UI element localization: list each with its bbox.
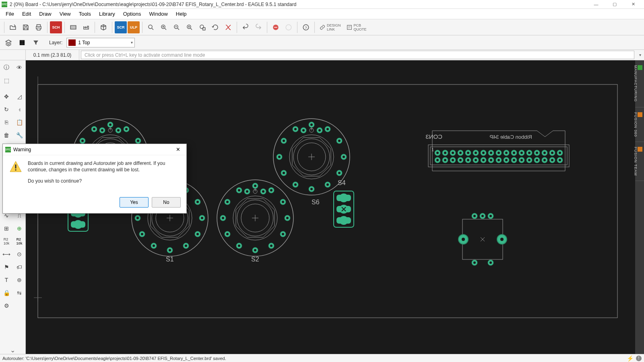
undo-button[interactable] <box>239 21 252 33</box>
menu-bar: File Edit Draw View Tools Library Option… <box>0 9 644 19</box>
palette-expand[interactable]: ⌄ <box>0 346 25 354</box>
layer-selected-text: 1 Top <box>78 40 90 45</box>
warning-icon <box>9 160 22 173</box>
attribute-tool[interactable]: ⊚ <box>13 274 25 286</box>
filter-button[interactable] <box>30 37 42 49</box>
scr-button[interactable]: SCR <box>115 21 127 33</box>
wrench-tool[interactable]: 🔧 <box>13 129 25 141</box>
go-button[interactable] <box>283 21 295 33</box>
stop-button[interactable] <box>270 21 282 33</box>
layer-color-swatch <box>68 39 76 46</box>
pcb-quote-button[interactable]: PCB QUOTE <box>344 23 369 31</box>
coord-bar: 0.1 mm (2.3 81.0) Click or press Ctrl+L … <box>0 50 644 60</box>
menu-help[interactable]: Help <box>172 10 191 18</box>
tab-fusion360[interactable]: FUSION 360 <box>635 107 644 142</box>
copy-tool[interactable]: ⎘ <box>0 116 12 128</box>
status-bar: Autorouter: 'C:\Users\jerry\OneDrive\Doc… <box>0 354 644 362</box>
ulp-button[interactable]: ULP <box>128 21 140 33</box>
redo-button[interactable] <box>252 21 264 33</box>
menu-file[interactable]: File <box>2 10 18 18</box>
dialog-close-button[interactable]: ✕ <box>172 145 184 154</box>
zoom-select-button[interactable] <box>196 21 208 33</box>
mirror-tool[interactable]: ◿ <box>13 90 25 103</box>
svg-text:CON3: CON3 <box>425 133 442 140</box>
svg-rect-50 <box>15 165 17 169</box>
status-connection-icon: ⚡ <box>627 355 634 362</box>
name-tool[interactable]: R210k <box>13 235 25 247</box>
command-history-button[interactable]: ▾ <box>636 50 644 60</box>
close-button[interactable]: ✕ <box>624 0 642 9</box>
align-tool[interactable]: ⫞ <box>13 103 25 115</box>
show-tool[interactable]: 👁 <box>13 62 25 74</box>
minimize-button[interactable]: — <box>587 0 605 9</box>
zoom-out-button[interactable] <box>171 21 183 33</box>
svg-point-49 <box>500 238 504 241</box>
pinswap-tool[interactable]: ⇆ <box>13 287 25 299</box>
refresh-button[interactable] <box>209 21 221 33</box>
tab-manufacturing[interactable]: MANUFACTURING <box>635 60 644 107</box>
library-3d-button[interactable] <box>97 21 109 33</box>
lock-tool[interactable]: 🔒 <box>0 287 12 299</box>
menu-view[interactable]: View <box>56 10 75 18</box>
menu-library[interactable]: Library <box>95 10 119 18</box>
cam-button[interactable] <box>67 21 79 33</box>
help-button[interactable]: ? <box>300 21 312 33</box>
drc-tool[interactable]: ⊙ <box>13 248 25 260</box>
paste-tool[interactable]: 📋 <box>13 116 25 128</box>
grid-button[interactable] <box>16 37 28 49</box>
manufacturing-button[interactable] <box>80 21 92 33</box>
dimension-tool[interactable]: ⟷ <box>0 248 12 260</box>
dialog-titlebar[interactable]: BRD Warning ✕ <box>3 144 186 155</box>
svg-rect-51 <box>15 169 17 171</box>
value-tool[interactable]: R210k <box>0 235 12 247</box>
warning-dialog: BRD Warning ✕ Boards in current drawing … <box>2 144 187 214</box>
move-tool[interactable]: ✥ <box>0 90 12 103</box>
add-tool[interactable]: ⊕ <box>13 222 25 234</box>
zoom-in-button[interactable] <box>158 21 170 33</box>
dialog-app-icon: BRD <box>5 147 11 152</box>
delete-tool[interactable]: 🗑 <box>0 129 12 141</box>
svg-text:Ribbon Cable 34P: Ribbon Cable 34P <box>489 134 532 140</box>
yes-button[interactable]: Yes <box>120 197 149 208</box>
erc-tool[interactable]: ⚑ <box>0 261 12 273</box>
menu-options[interactable]: Options <box>119 10 145 18</box>
print-button[interactable] <box>33 21 45 33</box>
no-button[interactable]: No <box>152 197 181 208</box>
info-tool[interactable]: ⓘ <box>0 62 12 74</box>
svg-text:1: 1 <box>431 147 434 152</box>
save-button[interactable] <box>20 21 32 33</box>
app-icon: BRD <box>2 2 7 7</box>
open-button[interactable] <box>7 21 19 33</box>
rotate-tool[interactable]: ↻ <box>0 103 12 115</box>
maximize-button[interactable]: ▢ <box>605 0 624 9</box>
tab-fusionteam[interactable]: FUSION TEAM <box>635 142 644 181</box>
layer-select[interactable]: 1 Top ▾ <box>66 38 135 47</box>
menu-tools[interactable]: Tools <box>75 10 95 18</box>
schematic-button[interactable]: SCH <box>50 21 62 33</box>
menu-window[interactable]: Window <box>145 10 172 18</box>
main-toolbar: SCH SCR ULP ? DESIGN LINK PCB QUOTE <box>0 19 644 35</box>
svg-rect-12 <box>347 25 351 29</box>
label-tool[interactable]: 🏷 <box>13 261 25 273</box>
window-title: 2 (0%) Board - C:\Users\jerry\OneDrive\D… <box>10 2 587 7</box>
menu-draw[interactable]: Draw <box>35 10 55 18</box>
dropdown-arrow-icon: ▾ <box>131 40 133 45</box>
menu-edit[interactable]: Edit <box>18 10 35 18</box>
ratsnest-tool[interactable]: ⊞ <box>0 222 12 234</box>
layer-label: Layer: <box>49 40 62 45</box>
design-link-button[interactable]: DESIGN LINK <box>317 23 343 31</box>
svg-rect-32 <box>336 217 351 224</box>
svg-text:S1: S1 <box>166 256 174 263</box>
select-tool[interactable]: ⬚ <box>0 74 12 86</box>
layers-button[interactable] <box>2 37 14 49</box>
zoom-redraw-button[interactable] <box>184 21 196 33</box>
svg-point-9 <box>286 25 291 30</box>
right-tabs: MANUFACTURING FUSION 360 FUSION TEAM <box>635 60 644 354</box>
text-tool[interactable]: T <box>0 274 12 286</box>
svg-rect-39 <box>71 221 85 228</box>
settings-tool[interactable]: ⚙ <box>0 300 12 312</box>
zoom-fit-button[interactable] <box>145 21 157 33</box>
unroute-button[interactable] <box>222 21 234 33</box>
svg-point-1 <box>149 25 152 29</box>
command-line[interactable]: Click or press Ctrl+L key to activate co… <box>81 51 634 59</box>
